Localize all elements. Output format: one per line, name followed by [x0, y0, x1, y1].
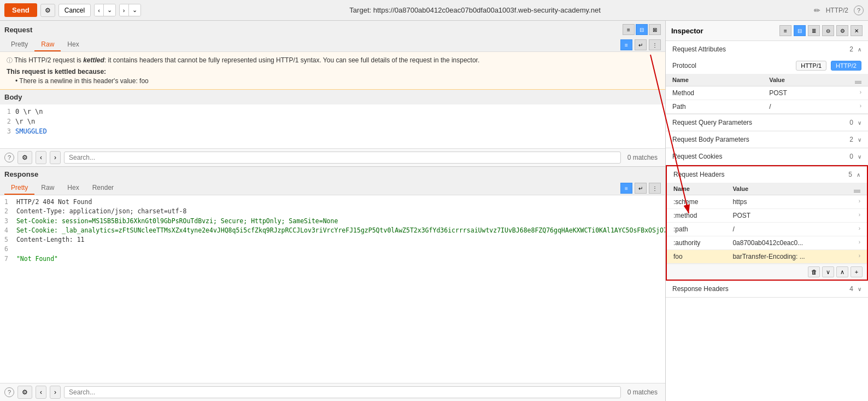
- response-view-wrap[interactable]: ≡: [620, 183, 632, 194]
- path-name: :path: [667, 223, 726, 236]
- nav-fwd-group: › ⌄: [119, 4, 141, 16]
- tab-pretty-request[interactable]: Pretty: [4, 38, 34, 51]
- request-cookies-title: Request Cookies: [672, 153, 849, 160]
- target-url-bar: Target: https://0a8700ab0412c0eac07b0dfa…: [144, 6, 806, 14]
- table-row[interactable]: Method POST ›: [666, 86, 868, 100]
- request-view-newline[interactable]: ↵: [635, 39, 647, 50]
- request-view-more[interactable]: ⋮: [649, 39, 661, 50]
- response-view-newline[interactable]: ↵: [635, 183, 647, 194]
- response-search-input[interactable]: [64, 386, 621, 398]
- warning-title: This request is kettled because:: [7, 68, 659, 75]
- cancel-button[interactable]: Cancel: [58, 4, 91, 17]
- request-view-icons: ≡ ⊟ ⊠: [623, 24, 661, 35]
- resp-line-4: 4 Set-Cookie: _lab_analytics=zFtSUNcleeT…: [4, 226, 661, 235]
- tab-render-response[interactable]: Render: [86, 182, 120, 195]
- table-row[interactable]: :authority 0a8700ab0412c0eac0... ›: [667, 236, 867, 250]
- add-header-btn[interactable]: +: [851, 266, 863, 277]
- authority-name: :authority: [667, 236, 726, 250]
- request-search-toolbar: ? ⚙ ‹ › 0 matches: [0, 148, 665, 166]
- inspector-close-icon[interactable]: ✕: [851, 25, 863, 36]
- path-chevron: ›: [848, 100, 868, 114]
- send-button[interactable]: Send: [4, 3, 37, 17]
- resp-line-7: 7 "Not Found": [4, 254, 661, 264]
- request-view-wrap[interactable]: ≡: [620, 39, 632, 50]
- nav-back-button[interactable]: ‹: [95, 4, 104, 16]
- attr-value-header: Value: [763, 74, 848, 86]
- response-nav-back[interactable]: ‹: [36, 386, 46, 399]
- view-icon-split[interactable]: ⊟: [636, 24, 648, 35]
- inspector-icon-split[interactable]: ⊟: [794, 25, 806, 36]
- request-headers-header[interactable]: Request Headers 5 ∧: [667, 166, 867, 183]
- nav-fwd-button[interactable]: ›: [120, 4, 129, 16]
- response-match-count: 0 matches: [624, 388, 661, 396]
- protocol-label: Protocol: [672, 62, 791, 69]
- move-up-btn[interactable]: ∧: [836, 266, 848, 277]
- request-cookies-count: 0: [849, 153, 853, 160]
- attr-name-header: Name: [666, 74, 763, 86]
- response-headers-header[interactable]: Response Headers 4 ∨: [666, 281, 868, 297]
- inspector-settings-icon[interactable]: ⚙: [836, 25, 848, 36]
- proto-http1-btn[interactable]: HTTP/1: [796, 61, 826, 71]
- request-headers-chevron: ∧: [857, 172, 860, 178]
- response-nav-fwd[interactable]: ›: [50, 386, 61, 399]
- nav-back-dropdown[interactable]: ⌄: [104, 4, 115, 16]
- inspector-panel: Inspector ≡ ⊟ ≣ ⊖ ⚙ ✕ Request Attributes…: [666, 21, 868, 401]
- resp-line-5: 5 Content-Length: 11: [4, 235, 661, 245]
- method-name: :method: [667, 209, 726, 223]
- inspector-icon-list[interactable]: ≡: [779, 25, 791, 36]
- request-headers-table: Name Value :scheme https › :method: [667, 183, 867, 264]
- move-down-btn[interactable]: ∨: [822, 266, 834, 277]
- request-attributes-header[interactable]: Request Attributes 2 ∧: [666, 41, 868, 57]
- request-query-params-count: 0: [849, 119, 853, 126]
- request-query-params-title: Request Query Parameters: [672, 119, 849, 126]
- tab-hex-request[interactable]: Hex: [61, 38, 85, 51]
- inspector-icon-align[interactable]: ≣: [808, 25, 820, 36]
- request-nav-back[interactable]: ‹: [36, 151, 46, 164]
- view-icon-grid[interactable]: ⊠: [649, 24, 661, 35]
- request-cookies-header[interactable]: Request Cookies 0 ∨: [666, 148, 868, 165]
- foo-name: foo: [667, 250, 726, 264]
- tab-raw-request[interactable]: Raw: [34, 38, 61, 51]
- proto-http2-btn[interactable]: HTTP/2: [831, 61, 861, 71]
- help-icon[interactable]: ?: [854, 5, 864, 15]
- request-attributes-chevron: ∧: [858, 47, 861, 53]
- response-headers-chevron: ∨: [858, 286, 861, 292]
- response-help-icon[interactable]: ?: [4, 387, 14, 397]
- method-name: Method: [666, 86, 763, 100]
- tab-pretty-response[interactable]: Pretty: [4, 182, 34, 195]
- inspector-icon-collapse[interactable]: ⊖: [822, 25, 834, 36]
- request-search-input[interactable]: [64, 152, 621, 164]
- request-query-params-header[interactable]: Request Query Parameters 0 ∨: [666, 114, 868, 131]
- request-headers-section: Request Headers 5 ∧ Name Value :s: [666, 165, 868, 281]
- nav-fwd-dropdown[interactable]: ⌄: [129, 4, 140, 16]
- delete-header-btn[interactable]: 🗑: [808, 266, 820, 277]
- response-settings-btn[interactable]: ⚙: [17, 386, 32, 399]
- request-section: Request ≡ ⊟ ⊠ Pretty Raw Hex ≡ ↵ ⋮: [0, 21, 665, 167]
- request-settings-btn[interactable]: ⚙: [17, 151, 32, 164]
- warning-line1: ⓘ This HTTP/2 request is kettled: it con…: [7, 56, 659, 65]
- table-row[interactable]: foo barTransfer-Encoding: ... ›: [667, 250, 867, 264]
- request-query-params-section: Request Query Parameters 0 ∨: [666, 114, 868, 131]
- settings-button[interactable]: ⚙: [40, 4, 55, 17]
- table-row[interactable]: :scheme https ›: [667, 195, 867, 209]
- response-search-toolbar: ? ⚙ ‹ › 0 matches: [0, 383, 665, 401]
- tab-raw-response[interactable]: Raw: [34, 182, 61, 195]
- request-body-editor[interactable]: 1 0 \r \n 2 \r \n 3 SMUGGLED: [0, 104, 665, 148]
- tab-hex-response[interactable]: Hex: [61, 182, 85, 195]
- table-row[interactable]: :method POST ›: [667, 209, 867, 223]
- protocol-row: Protocol HTTP/1 HTTP/2: [666, 57, 868, 74]
- line-3-content: SMUGGLED: [15, 126, 47, 136]
- view-icon-list[interactable]: ≡: [623, 24, 635, 35]
- request-cookies-chevron: ∨: [858, 154, 861, 160]
- http-version-label: HTTP/2: [826, 7, 848, 14]
- target-url-value: https://0a8700ab0412c0eac07b0dfa00a1003f…: [373, 6, 601, 14]
- response-view-more[interactable]: ⋮: [649, 183, 661, 194]
- request-nav-fwd[interactable]: ›: [50, 151, 61, 164]
- response-section-header: Response: [0, 167, 665, 182]
- table-row[interactable]: :path / ›: [667, 223, 867, 236]
- request-help-icon[interactable]: ?: [4, 153, 14, 162]
- table-row[interactable]: Path / ›: [666, 100, 868, 114]
- edit-url-icon[interactable]: ✏: [814, 6, 820, 15]
- request-body-params-header[interactable]: Request Body Parameters 2 ∨: [666, 131, 868, 148]
- resp-line-2: 2 Content-Type: application/json; charse…: [4, 207, 661, 216]
